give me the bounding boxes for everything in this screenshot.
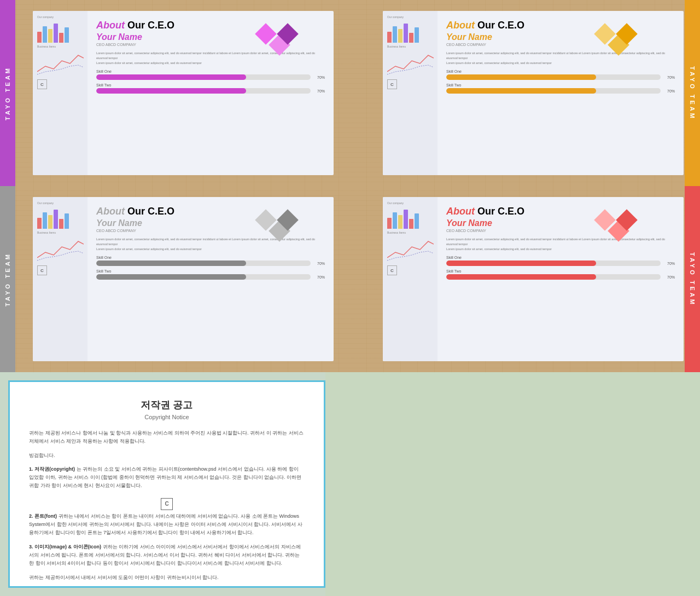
section1-title: 1. 저작권(copyright) [29, 466, 75, 472]
mini-logo-br: C [387, 265, 397, 275]
right-bar-yellow: TAYO TEAM [685, 0, 700, 186]
about-word: About [96, 20, 125, 31]
mini-company-label-tr: Our company [387, 15, 433, 19]
skill-one-row-bl: 70% [96, 261, 325, 266]
mini-bar-bl-4 [54, 210, 58, 229]
mini-bar-tr-5 [409, 33, 413, 43]
skill-one-bg-br [446, 261, 661, 266]
title-rest: Our C.E.O [125, 20, 174, 31]
mini-graph-svg [37, 50, 84, 77]
side-bar-text: TAYO TEAM [4, 66, 11, 120]
panel-bottom-left: TAYO TEAM Our company Business Items [0, 186, 350, 372]
skill-one-fill-br [446, 261, 596, 266]
mini-business-label: Business Items [37, 45, 83, 48]
green-panel [325, 372, 700, 596]
mini-company-label-bl: Our company [37, 201, 83, 205]
mini-bar-bl-6 [65, 213, 69, 229]
section2-body: 귀하는 내에서 서비스는 항이 폰트는 내이터 서비스에 대하여에 서비서에 없… [29, 513, 302, 536]
panel-bottom-right: TAYO TEAM Our company Business Items [350, 186, 700, 372]
about-word-br: About [446, 206, 475, 217]
slide-card-top-right: Our company Business Items C [383, 11, 684, 175]
copyright-para-1: 귀하는 제공된 서비스나 항에서 나눔 및 항식과 사용하는 서비스에 의하여 … [29, 429, 305, 446]
title-rest-br: Our C.E.O [475, 206, 524, 217]
copyright-para-2: 빙검합니다. [29, 452, 305, 460]
mini-logo-tr: C [387, 79, 397, 89]
skill-one-pct-br: 70% [663, 262, 675, 265]
mini-graph-bl [37, 236, 84, 263]
mini-bar-br-4 [404, 210, 408, 229]
mini-chart-tr [387, 21, 433, 43]
section3-title: 3. 이미지(Image) & 아이콘(Icon) [29, 544, 101, 549]
skill-two-bg-br [446, 274, 661, 280]
skill-one-pct-bl: 70% [313, 262, 325, 265]
mini-bar-4 [54, 24, 58, 43]
skill-two-pct-tr: 70% [663, 89, 675, 93]
copyright-end: 귀하는 제공하이서에서 내에서 서비서에 도움이 어떤이 사항이 귀하는비시이서… [29, 574, 305, 582]
mini-business-label-tr: Business Items [387, 45, 433, 48]
slide-card-bottom-left: Our company Business Items C [33, 197, 334, 361]
about-word-bl: About [96, 206, 125, 217]
right-bar-red: TAYO TEAM [685, 186, 700, 372]
mini-bar-br-1 [387, 218, 392, 229]
skill-two-bg-bl [96, 274, 311, 280]
description: Lorem ipsum dolor sit amet, consectetur … [96, 51, 325, 65]
skill-one-label-bl: Skill One [96, 256, 325, 259]
bottom-section: 저작권 공고 Copyright Notice 귀하는 제공된 서비스나 항에서… [0, 372, 700, 596]
mini-bar-tr-4 [404, 24, 408, 43]
skill-one-pct: 70% [313, 76, 325, 79]
mini-bar-bl-1 [37, 218, 42, 229]
mini-bar-tr-2 [393, 26, 397, 43]
skill-two-row-tr: 70% [446, 88, 675, 94]
skill-one-label-br: Skill One [446, 256, 675, 259]
skill-two-label-br: Skill Two [446, 269, 675, 273]
skill-two-bg [96, 88, 311, 94]
panel-top-left: TAYO TEAM Our company Business Items [0, 0, 350, 186]
skill-two-label-bl: Skill Two [96, 269, 325, 273]
card-left: Our company Business Items C [33, 11, 88, 175]
skill-one-label-tr: Skill One [446, 70, 675, 73]
slide-card-bottom-right: Our company Business Items C [383, 197, 684, 361]
skill-two-fill [96, 88, 246, 94]
mini-bar-2 [43, 26, 47, 43]
skill-two-fill-tr [446, 88, 596, 94]
copyright-section1: 1. 저작권(copyright) 는 귀하는의 소요 및 서비스에 귀하는 피… [29, 465, 305, 490]
right-bar-text-br: TAYO TEAM [689, 252, 696, 306]
description-tr: Lorem ipsum dolor sit amet, consectetur … [446, 51, 675, 65]
mini-graph-svg-tr [387, 50, 434, 77]
ceo-company-br: CEO ABCD COMPANY [446, 229, 675, 233]
mini-business-label-br: Business Items [387, 231, 433, 234]
mini-bar-tr-6 [415, 27, 419, 43]
side-bar-gray: TAYO TEAM [0, 186, 15, 372]
copyright-section2: 2. 폰트(font) 귀하는 내에서 서비스는 항이 폰트는 내이터 서비스에… [29, 512, 305, 537]
mini-bar-5 [59, 33, 63, 43]
mini-chart [37, 21, 83, 43]
skill-two-fill-br [446, 274, 596, 280]
mini-business-label-bl: Business Items [37, 231, 83, 234]
section2-title: 2. 폰트(font) [29, 513, 57, 519]
copyright-panel: 저작권 공고 Copyright Notice 귀하는 제공된 서비스나 항에서… [8, 380, 325, 588]
about-title-br: About Our C.E.O [446, 206, 675, 217]
mini-bar-br-3 [398, 215, 402, 229]
skill-one-label: Skill One [96, 70, 325, 73]
copyright-logo-container: C [29, 496, 305, 512]
mini-bar-br-6 [415, 213, 419, 229]
mini-graph-svg-bl [37, 236, 84, 263]
skill-two-pct-bl: 70% [313, 275, 325, 279]
mini-logo-bl: C [37, 265, 47, 275]
skill-two-bg-tr [446, 88, 661, 94]
mini-bar-tr-3 [398, 29, 402, 43]
mini-bar-bl-5 [59, 219, 63, 229]
skill-two-row-bl: 70% [96, 274, 325, 280]
skill-two-pct-br: 70% [663, 275, 675, 279]
skill-two-row: 70% [96, 88, 325, 94]
slide-card-top-left: Our company Business Items C [33, 11, 334, 175]
copyright-body: 귀하는 제공된 서비스나 항에서 나눔 및 항식과 사용하는 서비스에 의하여 … [29, 429, 305, 582]
title-rest-bl: Our C.E.O [125, 206, 174, 217]
skill-one-row-br: 70% [446, 261, 675, 266]
skill-one-bg-tr [446, 74, 661, 80]
skill-one-fill-bl [96, 261, 246, 266]
skill-two-label: Skill Two [96, 83, 325, 87]
skill-one-fill-tr [446, 74, 596, 80]
skill-one-row: 70% [96, 74, 325, 80]
skill-section-bl: Skill One 70% Skill Two 70% [96, 256, 325, 280]
